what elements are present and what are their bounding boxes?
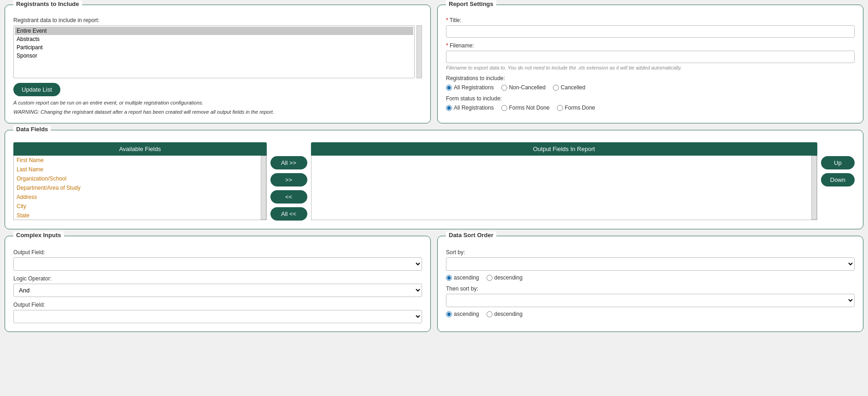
- output-fields-header: Output Fields In Report: [311, 142, 817, 156]
- registrants-panel: Registrants to Include Registrant data t…: [5, 5, 431, 123]
- available-fields-list[interactable]: First Name Last Name Organization/School…: [13, 156, 267, 220]
- left-button[interactable]: <<: [270, 190, 307, 204]
- note1: A custom report can be run on an entire …: [13, 100, 422, 105]
- complex-inputs-panel: Complex Inputs Output Field: Logic Opera…: [5, 236, 431, 332]
- sort-order-radio-group: ascending descending: [446, 274, 855, 281]
- output-fields-list[interactable]: [311, 156, 817, 220]
- transfer-buttons: All >> >> << All <<: [270, 142, 307, 221]
- sort-by-select[interactable]: [446, 257, 855, 271]
- complex-inputs-title: Complex Inputs: [13, 232, 64, 239]
- data-fields-panel: Data Fields Available Fields First Name …: [5, 130, 863, 229]
- list-item[interactable]: Address: [14, 192, 261, 202]
- top-row: Registrants to Include Registrant data t…: [5, 5, 863, 123]
- radio-all-registrations[interactable]: All Registrations: [446, 84, 494, 91]
- all-left-button[interactable]: All <<: [270, 207, 307, 221]
- bottom-row: Complex Inputs Output Field: Logic Opera…: [5, 236, 863, 332]
- form-status-radio-group: All Registrations Forms Not Done Forms D…: [446, 105, 855, 111]
- radio-form-all[interactable]: All Registrations: [446, 105, 494, 111]
- data-fields-inner: Available Fields First Name Last Name Or…: [13, 142, 855, 221]
- radio-ascending[interactable]: ascending: [446, 274, 479, 281]
- registrants-listbox[interactable]: Entire Event Abstracts Participant Spons…: [13, 25, 415, 78]
- list-item[interactable]: First Name: [14, 156, 261, 165]
- radio-all-registrations-label: All Registrations: [454, 84, 494, 91]
- radio-cancelled-label: Cancelled: [561, 84, 585, 91]
- logic-operator-select[interactable]: And Or Not: [13, 284, 422, 297]
- registrations-radio-group: All Registrations Non-Cancelled Cancelle…: [446, 84, 855, 91]
- report-settings-title: Report Settings: [446, 0, 496, 7]
- main-container: Registrants to Include Registrant data t…: [5, 5, 863, 332]
- data-sort-order-panel: Data Sort Order Sort by: ascending desce…: [437, 236, 863, 332]
- radio-forms-done[interactable]: Forms Done: [557, 105, 595, 111]
- output-field2-select[interactable]: [13, 310, 422, 323]
- list-item[interactable]: Organization/School: [14, 174, 261, 183]
- all-right-button[interactable]: All >>: [270, 156, 307, 169]
- up-button[interactable]: Up: [821, 156, 855, 169]
- radio-then-descending[interactable]: descending: [487, 311, 522, 317]
- report-settings-panel: Report Settings Title: Filename: Filenam…: [437, 5, 863, 123]
- filename-input[interactable]: [446, 51, 855, 63]
- list-item[interactable]: Department/Area of Study: [14, 183, 261, 192]
- output-field-label: Output Field:: [13, 249, 422, 256]
- available-fields-header: Available Fields: [13, 142, 267, 156]
- radio-forms-done-label: Forms Done: [565, 105, 595, 111]
- radio-forms-not-done-label: Forms Not Done: [509, 105, 550, 111]
- title-label: Title:: [446, 17, 855, 23]
- order-buttons: Up Down: [821, 142, 855, 186]
- update-list-button[interactable]: Update List: [13, 83, 60, 96]
- radio-descending[interactable]: descending: [487, 274, 522, 281]
- list-item[interactable]: City: [14, 202, 261, 211]
- radio-then-ascending-label: ascending: [454, 311, 479, 317]
- radio-non-cancelled[interactable]: Non-Cancelled: [501, 84, 545, 91]
- radio-then-descending-label: descending: [494, 311, 522, 317]
- radio-forms-not-done[interactable]: Forms Not Done: [501, 105, 550, 111]
- radio-ascending-label: ascending: [454, 274, 479, 281]
- logic-operator-label: Logic Operator:: [13, 275, 422, 282]
- radio-form-all-label: All Registrations: [454, 105, 494, 111]
- listbox-scrollbar: [416, 25, 422, 78]
- title-input[interactable]: [446, 25, 855, 38]
- list-label: Registrant data to include in report:: [13, 17, 422, 23]
- output-fields-container: Output Fields In Report: [311, 142, 817, 220]
- radio-descending-label: descending: [494, 274, 522, 281]
- available-fields-container: Available Fields First Name Last Name Or…: [13, 142, 267, 220]
- filename-label: Filename:: [446, 42, 855, 49]
- radio-non-cancelled-label: Non-Cancelled: [509, 84, 545, 91]
- list-item[interactable]: Last Name: [14, 165, 261, 174]
- then-sort-by-select[interactable]: [446, 294, 855, 307]
- registrations-label: Registrations to include:: [446, 75, 855, 82]
- then-sort-order-radio-group: ascending descending: [446, 311, 855, 317]
- then-sort-by-label: Then sort by:: [446, 285, 855, 292]
- data-sort-order-title: Data Sort Order: [446, 232, 496, 239]
- output-fields-scrollbar: [811, 156, 817, 220]
- right-button[interactable]: >>: [270, 173, 307, 186]
- note2: WARNING: Changing the registrant dataset…: [13, 109, 422, 115]
- filename-hint: Filename to export data to. You do not n…: [446, 65, 855, 70]
- sort-by-label: Sort by:: [446, 249, 855, 256]
- radio-cancelled[interactable]: Cancelled: [553, 84, 585, 91]
- output-field2-label: Output Field:: [13, 302, 422, 308]
- output-field-select[interactable]: [13, 257, 422, 271]
- registrants-title: Registrants to Include: [13, 0, 82, 7]
- down-button[interactable]: Down: [821, 173, 855, 186]
- list-item[interactable]: State: [14, 211, 261, 220]
- radio-then-ascending[interactable]: ascending: [446, 311, 479, 317]
- available-fields-scrollbar: [261, 156, 266, 220]
- data-fields-title: Data Fields: [13, 126, 51, 133]
- form-status-label: Form status to include:: [446, 95, 855, 102]
